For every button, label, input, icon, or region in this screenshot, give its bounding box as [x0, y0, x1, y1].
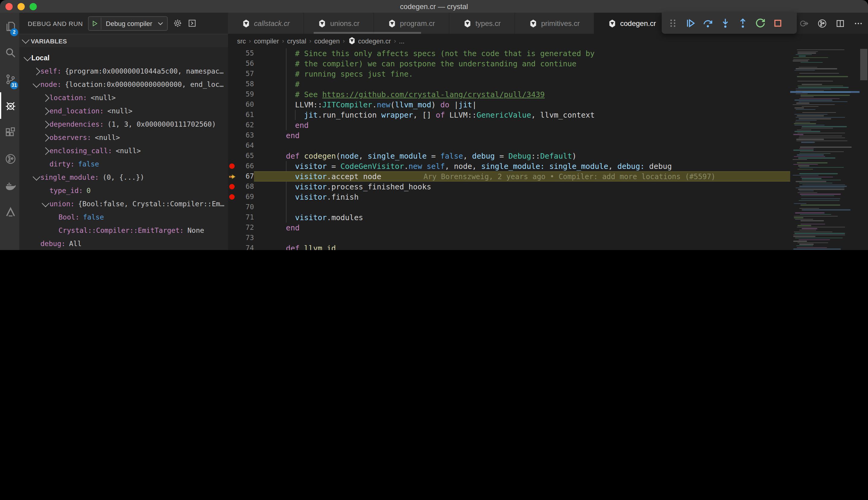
activity-item-crystal-tools[interactable] [0, 198, 19, 225]
activity-item-search[interactable] [0, 39, 19, 66]
variable-row[interactable]: dirty:false [19, 157, 228, 171]
tab-program.cr[interactable]: program.cr [374, 13, 449, 34]
activity-item-extensions[interactable] [0, 119, 19, 145]
more-actions-icon[interactable] [854, 19, 863, 28]
variable-row[interactable]: Crystal::Compiler::EmitTarget:None [19, 224, 228, 237]
code-line-56[interactable]: 56 # the compiler) we can postpone the u… [228, 58, 790, 69]
variable-row[interactable]: dependencies:(1, 3, 0x0000000111702560) [19, 117, 228, 131]
code-line-64[interactable]: 64 [228, 140, 790, 151]
variable-row[interactable]: Bool:false [19, 211, 228, 224]
breakpoint-icon[interactable] [229, 194, 235, 200]
close-window-button[interactable] [5, 3, 13, 10]
debug-icon [4, 100, 16, 111]
code-line-68[interactable]: 68 visitor.process_finished_hooks [228, 182, 790, 192]
code-line-72[interactable]: 72 end [228, 223, 790, 233]
zoom-window-button[interactable] [30, 3, 37, 10]
variable-row[interactable]: single_module:(0, {...}) [19, 171, 228, 184]
split-editor-icon[interactable] [835, 19, 845, 28]
code-line-59[interactable]: 59 # See https://github.com/crystal-lang… [228, 89, 790, 100]
run-or-debug-icon[interactable] [799, 19, 809, 28]
activity-item-source-control[interactable]: 31 [0, 66, 19, 92]
crystal-icon [463, 19, 472, 27]
breadcrumb-item[interactable]: codegen [314, 37, 340, 44]
activity-item-explorer[interactable]: 2 [0, 13, 19, 39]
open-debug-console-icon[interactable] [188, 19, 197, 28]
code-line-71[interactable]: 71 visitor.modules [228, 212, 790, 223]
code-line-62[interactable]: 62 end [228, 120, 790, 130]
window-controls [5, 0, 37, 13]
code-line-55[interactable]: 55 # Since this only affects specs (not … [228, 48, 790, 58]
chevron-down-icon [22, 36, 29, 43]
activity-item-run-and-debug[interactable] [0, 92, 19, 119]
toolbar-gripper-button[interactable] [664, 14, 682, 32]
variable-row[interactable]: location:<null> [19, 91, 228, 104]
step-into-icon [720, 18, 731, 29]
breadcrumb-item[interactable]: codegen.cr [348, 37, 391, 45]
variable-row[interactable]: observers:<null> [19, 131, 228, 144]
debug-sidebar-header: DEBUG AND RUN Debug compiler [19, 13, 228, 34]
breadcrumb-item[interactable]: src [237, 37, 246, 44]
activity-item-gitlens[interactable] [0, 145, 19, 172]
chevron-down-icon [32, 80, 40, 87]
code-editor[interactable]: 55 # Since this only affects specs (not … [228, 48, 868, 250]
code-line-69[interactable]: 69 visitor.finish [228, 192, 790, 202]
breadcrumb-item[interactable]: ... [399, 37, 404, 44]
step-out-button[interactable] [734, 14, 752, 32]
variable-row[interactable]: end_location:<null> [19, 104, 228, 117]
minimize-window-button[interactable] [18, 3, 25, 10]
code-line-57[interactable]: 57 # running specs just fine. [228, 69, 790, 79]
explorer-badge: 2 [10, 29, 18, 36]
code-line-74[interactable]: 74 def llvm_id [228, 243, 790, 250]
breadcrumb-separator: › [309, 37, 311, 44]
code-line-61[interactable]: 61 jit.run_function wrapper, [] of LLVM:… [228, 110, 790, 120]
code-line-65[interactable]: 65 def codegen(node, single_module = fal… [228, 151, 790, 161]
tab-types.cr[interactable]: types.cr [449, 13, 515, 34]
crystal-icon [388, 19, 396, 27]
search-icon [4, 47, 16, 58]
code-line-66[interactable]: 66 visitor = CodeGenVisitor.new self, no… [228, 161, 790, 171]
tab-callstack.cr[interactable]: callstack.cr [228, 13, 304, 34]
tabbar-scrollbar[interactable] [314, 32, 421, 34]
start-debug-icon[interactable] [91, 20, 99, 27]
variable-row[interactable]: enclosing_call:<null> [19, 144, 228, 157]
tab-unions.cr[interactable]: unions.cr [304, 13, 374, 34]
extensions-icon [4, 126, 16, 138]
restart-button[interactable] [752, 14, 769, 32]
step-over-button[interactable] [699, 14, 717, 32]
gitlens-graph-icon[interactable] [817, 19, 827, 28]
chevron-down-icon [32, 172, 40, 180]
activity-item-docker[interactable] [0, 172, 19, 198]
breakpoint-icon[interactable] [229, 163, 235, 169]
code-line-73[interactable]: 73 [228, 233, 790, 243]
debug-config-dropdown[interactable]: Debug compiler [88, 16, 168, 31]
breadcrumb-item[interactable]: compiler [254, 37, 279, 44]
step-into-button[interactable] [717, 14, 734, 32]
minimap[interactable] [790, 48, 859, 250]
tab-codegen.cr[interactable]: codegen.cr [594, 13, 671, 34]
variables-section-header[interactable]: VARIABLES [19, 34, 228, 47]
code-line-63[interactable]: 63 end [228, 130, 790, 140]
variable-row[interactable]: debug:All [19, 237, 228, 250]
crystal-icon [348, 37, 356, 45]
variable-row[interactable]: type_id:0 [19, 184, 228, 197]
tab-primitives.cr[interactable]: primitives.cr [515, 13, 594, 34]
variable-row[interactable]: self:{program:0x00000001044a5c00, namesp… [19, 65, 228, 78]
editor-vertical-scrollbar[interactable] [859, 48, 868, 250]
continue-button[interactable] [682, 14, 699, 32]
code-line-67[interactable]: 67 visitor.accept nodeAry Borenszweig, 2… [228, 171, 790, 182]
code-line-70[interactable]: 70 [228, 202, 790, 212]
continue-icon [685, 18, 696, 29]
variable-row[interactable]: union:{Bool:false, Crystal::Compiler::Em… [19, 197, 228, 211]
variables-section-title: VARIABLES [31, 37, 67, 44]
variable-row[interactable]: Local [19, 51, 228, 65]
code-line-58[interactable]: 58 # [228, 79, 790, 89]
breadcrumb-item[interactable]: crystal [287, 37, 306, 44]
crystal-icon [529, 19, 537, 27]
debug-settings-gear-icon[interactable] [173, 19, 182, 28]
breakpoint-icon[interactable] [229, 184, 235, 189]
code-line-60[interactable]: 60 LLVM::JITCompiler.new(llvm_mod) do |j… [228, 100, 790, 110]
stop-button[interactable] [769, 14, 787, 32]
sidebar-title: DEBUG AND RUN [28, 20, 83, 27]
variable-row[interactable]: node:{location:0x0000000000000000, end_l… [19, 78, 228, 91]
activity-bar: 231 [0, 13, 19, 250]
